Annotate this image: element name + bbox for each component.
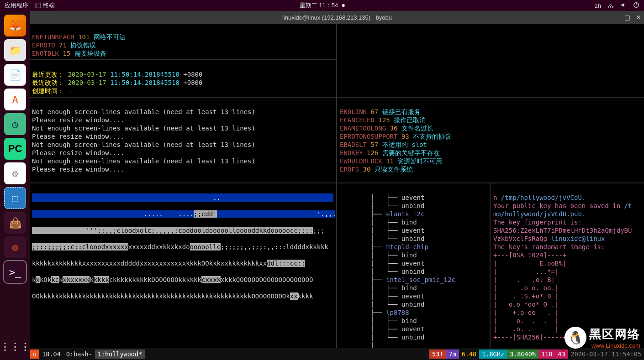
svg-rect-0 (35, 3, 41, 8)
dock-snap-store[interactable]: 👜 (4, 212, 26, 234)
status-uptime: 7m (446, 350, 459, 359)
status-updates: 53! (429, 350, 446, 359)
network-icon[interactable] (607, 2, 614, 10)
status-distro: u (30, 350, 39, 359)
status-load: 6.48 (459, 350, 480, 359)
status-cpu: 1.8GHz (479, 350, 507, 359)
power-icon[interactable] (633, 2, 639, 10)
dock-pycharm[interactable]: PC (4, 138, 26, 160)
dock: 🦊 📁 📄 A ◷ PC ⚙ ⬚ 👜 ⚙ >_ ⋮⋮⋮ (0, 11, 30, 360)
gnome-top-bar: 应用程序 终端 星期二 11：54 zh (0, 0, 644, 11)
dock-settings[interactable]: ⚙ (4, 236, 26, 258)
clock[interactable]: 星期二 11：54 (300, 1, 345, 10)
window-title: linuxidc@linux (192.168.213.135) - byobu (282, 14, 392, 21)
status-tab-hollywood[interactable]: 1:hollywood* (95, 350, 145, 359)
dock-screenshot[interactable]: ⬚ (4, 187, 26, 209)
status-tab-bash[interactable]: 0:bash- (63, 350, 95, 359)
pane-errno-right: ENOLINK 67 链接已有服务 ECANCELED 125 操作已取消 EN… (338, 99, 643, 182)
dock-settings-toggles[interactable]: ⚙ (4, 162, 26, 184)
terminal-label: 终端 (43, 1, 55, 10)
terminal-window: linuxidc@linux (192.168.213.135) - byobu… (30, 11, 644, 360)
dock-software[interactable]: A (4, 89, 26, 110)
dock-writer[interactable]: 📄 (4, 64, 26, 86)
pane-ascii-art: .. ..... ....;;cdd' '.,,. ''';;,,;cloodx… (30, 184, 335, 348)
maximize-button[interactable]: ▢ (624, 14, 630, 21)
pane-errno-top: ENETUNREACH 101 网络不可达 EPROTO 71 协议错误 ENO… (30, 24, 335, 58)
ime-indicator[interactable]: zh (595, 2, 601, 9)
dock-android-studio[interactable]: ◷ (4, 113, 26, 135)
svg-point-2 (610, 6, 612, 8)
dock-show-apps[interactable]: ⋮⋮⋮ (4, 335, 26, 357)
volume-icon[interactable] (620, 2, 627, 10)
close-button[interactable]: ✕ (636, 14, 641, 21)
pane-resize-msg: Not enough screen-lines available (need … (30, 99, 335, 182)
dock-firefox[interactable]: 🦊 (4, 15, 26, 37)
status-version: 18.04 (39, 350, 63, 359)
minimize-button[interactable]: — (612, 14, 619, 21)
status-disk2: 43 (555, 350, 568, 359)
dock-terminal[interactable]: >_ (4, 261, 26, 283)
window-titlebar: linuxidc@linux (192.168.213.135) - byobu… (30, 11, 644, 24)
apps-menu[interactable]: 应用程序 (5, 1, 28, 10)
status-datetime: 2020-03-17 11:54:05 (568, 350, 644, 359)
dock-files[interactable]: 📁 (4, 39, 26, 61)
pane-tree: │ ├── uevent │ └── unbind ├── elants_i2c… (338, 184, 489, 348)
status-disk1: 118 (538, 350, 555, 359)
terminal-body[interactable]: ENETUNREACH 101 网络不可达 EPROTO 71 协议错误 ENO… (30, 24, 644, 348)
byobu-status-bar: u 18.04 0:bash- 1:hollywood* 53! 7m 6.48… (30, 348, 644, 360)
pane-sshkey: n /tmp/hollywood/jvVCdU. Your public key… (491, 184, 644, 348)
terminal-launcher[interactable]: 终端 (35, 1, 55, 10)
status-mem: 3.8G40% (507, 350, 538, 359)
pane-stat: 最近更改： 2020-03-17 11:50:14.281845518 +080… (30, 61, 335, 96)
